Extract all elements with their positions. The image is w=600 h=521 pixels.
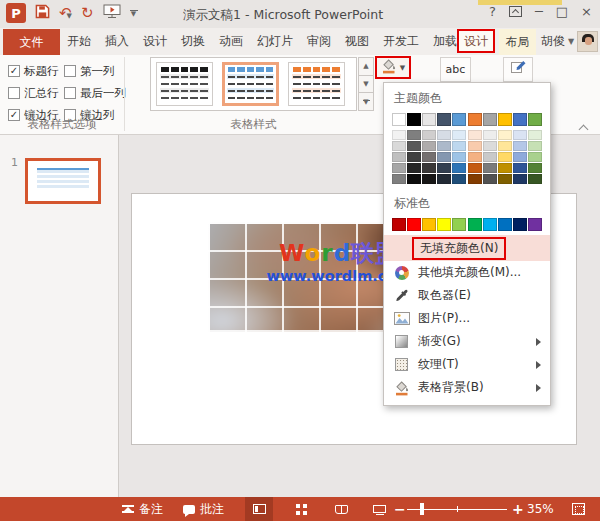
color-swatch[interactable] <box>422 130 436 140</box>
color-swatch[interactable] <box>483 152 497 162</box>
color-swatch[interactable] <box>437 130 451 140</box>
option-最后一列[interactable]: 最后一列 <box>64 82 128 104</box>
zoom-level[interactable]: 35% <box>527 497 554 521</box>
tab-开始[interactable]: 开始 <box>60 28 98 55</box>
menu-item-渐变(G)[interactable]: 渐变(G) <box>384 330 550 353</box>
tab-动画[interactable]: 动画 <box>212 28 250 55</box>
notes-button[interactable]: 备注 <box>122 497 163 521</box>
tab-幻灯片[interactable]: 幻灯片 <box>250 28 300 55</box>
color-swatch[interactable] <box>468 174 482 184</box>
save-icon[interactable] <box>35 4 50 22</box>
color-swatch[interactable] <box>392 141 406 151</box>
checkbox-icon[interactable] <box>64 87 76 99</box>
color-swatch[interactable] <box>452 174 466 184</box>
color-swatch[interactable] <box>452 141 466 151</box>
color-swatch[interactable] <box>437 113 451 126</box>
color-swatch[interactable] <box>498 113 512 126</box>
tab-开发工[interactable]: 开发工 <box>376 28 426 55</box>
color-swatch[interactable] <box>422 113 436 126</box>
color-swatch[interactable] <box>422 218 436 231</box>
close-icon[interactable]: × <box>581 4 592 19</box>
color-swatch[interactable] <box>468 152 482 162</box>
color-swatch[interactable] <box>528 152 542 162</box>
tab-视图[interactable]: 视图 <box>338 28 376 55</box>
shading-button-annotated[interactable]: ▼ <box>375 56 411 79</box>
color-swatch[interactable] <box>483 218 497 231</box>
zoom-slider-thumb[interactable] <box>420 503 424 515</box>
ribbon-display-options-icon[interactable] <box>509 6 522 17</box>
checkbox-checked-icon[interactable]: ✓ <box>8 65 20 77</box>
color-swatch[interactable] <box>452 130 466 140</box>
menu-item-取色器(E)[interactable]: 取色器(E) <box>384 284 550 307</box>
maximize-icon[interactable]: □ <box>556 4 568 19</box>
slide-sorter-button[interactable] <box>287 497 315 521</box>
color-swatch[interactable] <box>392 163 406 173</box>
option-汇总行[interactable]: 汇总行 <box>8 82 62 104</box>
color-swatch[interactable] <box>452 113 466 126</box>
slideshow-view-button[interactable] <box>365 497 393 521</box>
tab-审阅[interactable]: 审阅 <box>300 28 338 55</box>
menu-item-纹理(T)[interactable]: 纹理(T) <box>384 353 550 376</box>
normal-view-button[interactable] <box>245 497 273 521</box>
color-swatch[interactable] <box>498 218 512 231</box>
collapse-ribbon-icon[interactable] <box>580 123 589 132</box>
tab-table-layout[interactable]: 布局 <box>499 29 536 55</box>
color-swatch[interactable] <box>422 152 436 162</box>
color-swatch[interactable] <box>422 163 436 173</box>
color-swatch[interactable] <box>422 174 436 184</box>
table-style-orange[interactable] <box>288 62 345 106</box>
checkbox-icon[interactable] <box>64 65 76 77</box>
color-swatch[interactable] <box>468 113 482 126</box>
color-swatch[interactable] <box>498 141 512 151</box>
color-swatch[interactable] <box>483 113 497 126</box>
color-swatch[interactable] <box>528 163 542 173</box>
color-swatch[interactable] <box>483 174 497 184</box>
wordart-quick-styles-button[interactable]: abc <box>440 57 471 82</box>
slide-thumbnail[interactable] <box>25 158 101 204</box>
color-swatch[interactable] <box>437 163 451 173</box>
color-swatch[interactable] <box>468 130 482 140</box>
draw-table-button[interactable] <box>503 57 533 82</box>
color-swatch[interactable] <box>513 218 527 231</box>
color-swatch[interactable] <box>392 152 406 162</box>
color-swatch[interactable] <box>483 141 497 151</box>
menu-item-no-fill-annotated[interactable]: 无填充颜色(N) <box>384 235 550 261</box>
color-swatch[interactable] <box>498 152 512 162</box>
color-swatch[interactable] <box>513 130 527 140</box>
color-swatch[interactable] <box>513 141 527 151</box>
color-swatch[interactable] <box>392 218 406 231</box>
user-menu-caret-icon[interactable]: ▼ <box>568 28 574 55</box>
comments-button[interactable]: 批注 <box>183 497 224 521</box>
slideshow-icon[interactable] <box>103 4 121 22</box>
table-style-dark[interactable] <box>156 62 213 106</box>
color-swatch[interactable] <box>528 174 542 184</box>
redo-icon[interactable]: ↻ <box>81 3 94 23</box>
color-swatch[interactable] <box>483 130 497 140</box>
color-swatch[interactable] <box>422 141 436 151</box>
color-swatch[interactable] <box>407 130 421 140</box>
menu-item-图片(P)...[interactable]: 图片(P)... <box>384 307 550 330</box>
user-avatar[interactable] <box>577 31 598 52</box>
gallery-up-icon[interactable]: ▲ <box>358 57 374 76</box>
color-swatch[interactable] <box>407 163 421 173</box>
color-swatch[interactable] <box>452 163 466 173</box>
color-swatch[interactable] <box>513 152 527 162</box>
user-name[interactable]: 胡俊 <box>541 28 565 55</box>
color-swatch[interactable] <box>437 174 451 184</box>
option-标题行[interactable]: ✓标题行 <box>8 60 62 82</box>
undo-icon[interactable]: ↶▼ <box>59 3 72 23</box>
color-swatch[interactable] <box>468 163 482 173</box>
color-swatch[interactable] <box>498 174 512 184</box>
tab-file[interactable]: 文件 <box>3 29 60 55</box>
minimize-icon[interactable]: ─ <box>535 4 543 19</box>
checkbox-icon[interactable] <box>8 87 20 99</box>
customize-qat-icon[interactable]: ▼ <box>130 10 138 17</box>
color-swatch[interactable] <box>468 218 482 231</box>
gallery-down-icon[interactable]: ▼ <box>358 76 374 94</box>
reading-view-button[interactable] <box>327 497 355 521</box>
color-swatch[interactable] <box>528 130 542 140</box>
color-swatch[interactable] <box>452 152 466 162</box>
tab-切换[interactable]: 切换 <box>174 28 212 55</box>
menu-item-表格背景(B)[interactable]: 表格背景(B) <box>384 376 550 399</box>
tab-设计[interactable]: 设计 <box>136 28 174 55</box>
